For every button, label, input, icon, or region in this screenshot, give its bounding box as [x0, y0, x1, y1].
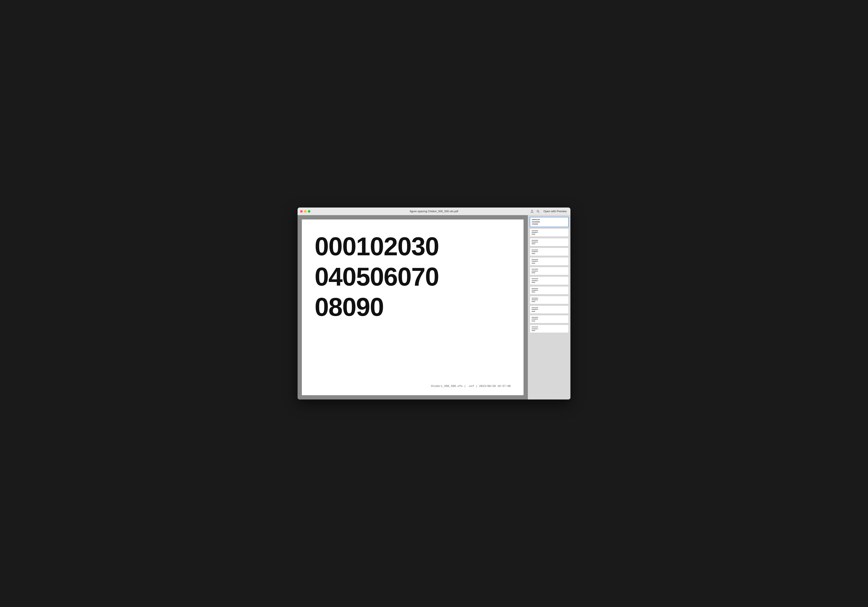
thumbnail-item[interactable]: 00010203004050607008090 — [530, 296, 569, 304]
share-icon[interactable] — [530, 210, 534, 213]
thumbnail-item[interactable]: 00010203004050607008090 — [530, 257, 569, 265]
thumbnail-text: 00010203004050607008090 — [532, 239, 567, 245]
thumbnail-item[interactable]: 00010203004050607008090 — [530, 248, 569, 256]
app-window: figure spacing Chidori_500_500.ufo.pdf O… — [298, 208, 570, 399]
thumbnail-item[interactable]: 0000010200304050600708090 — [530, 217, 569, 227]
thumbnail-text: 0000010200304050600708090 — [532, 219, 567, 225]
pdf-page: 000102030 040506070 08090 Chidori_500_50… — [302, 219, 524, 395]
minimize-button[interactable] — [304, 210, 307, 213]
thumbnail-item[interactable]: 00010203004050607008090 — [530, 306, 569, 314]
search-icon[interactable] — [536, 210, 540, 213]
thumbnail-text: 00010203004050607008090 — [532, 288, 567, 293]
thumbnail-text: 00010203004050607008090 — [532, 317, 567, 322]
thumbnail-item[interactable]: 00010203004050607008090 — [530, 238, 569, 246]
thumbnail-text: 00010203004050607008090 — [532, 326, 567, 331]
thumbnail-item[interactable]: 00010203004050607008090 — [530, 315, 569, 323]
window-title: figure spacing Chidori_500_500.ufo.pdf — [410, 210, 458, 213]
pdf-viewer: 000102030 040506070 08090 Chidori_500_50… — [298, 215, 528, 399]
thumbnail-item[interactable]: 00010203004050607008090 — [530, 324, 569, 333]
content-area: 000102030 040506070 08090 Chidori_500_50… — [298, 215, 570, 399]
thumbnail-text: 00010203004050607008090 — [532, 230, 567, 235]
thumbnail-item[interactable]: 00010203004050607008090 — [530, 276, 569, 285]
number-line-2: 040506070 — [315, 262, 511, 291]
thumbnail-text: 00010203004050607008090 — [532, 259, 567, 264]
titlebar-actions: Open with Preview — [530, 209, 568, 213]
thumbnail-item[interactable]: 00010203004050607008090 — [530, 228, 569, 237]
maximize-button[interactable] — [308, 210, 310, 213]
thumbnail-sidebar: 0000010200304050600708090 00010203004050… — [528, 215, 570, 399]
titlebar: figure spacing Chidori_500_500.ufo.pdf O… — [298, 208, 570, 215]
thumbnail-text: 00010203004050607008090 — [532, 249, 567, 255]
thumbnail-text: 00010203004050607008090 — [532, 268, 567, 274]
traffic-lights — [300, 210, 310, 213]
thumbnail-text: 00010203004050607008090 — [532, 307, 567, 312]
pdf-footer: Chidori_500_500.ufo | .osf | 2023/06/20 … — [315, 385, 511, 389]
thumbnail-text: 00010203004050607008090 — [532, 278, 567, 283]
thumbnail-text: 00010203004050607008090 — [532, 297, 567, 303]
thumbnail-item[interactable]: 00010203004050607008090 — [530, 267, 569, 275]
svg-line-1 — [538, 212, 539, 213]
open-with-preview-button[interactable]: Open with Preview — [542, 209, 568, 213]
number-line-3: 08090 — [315, 293, 511, 321]
pdf-numbers: 000102030 040506070 08090 — [315, 228, 511, 385]
number-line-1: 000102030 — [315, 232, 511, 261]
close-button[interactable] — [300, 210, 303, 213]
thumbnail-item[interactable]: 00010203004050607008090 — [530, 286, 569, 295]
